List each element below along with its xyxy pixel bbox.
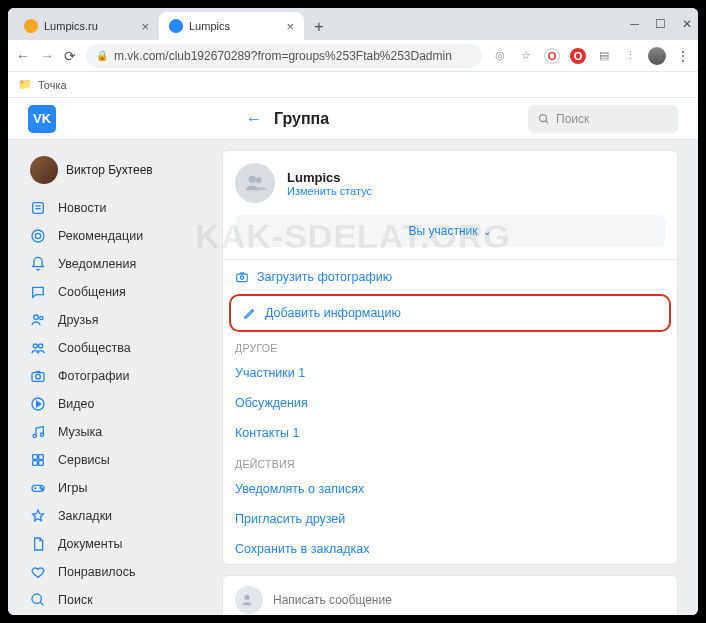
lock-icon: 🔒: [96, 50, 108, 61]
sidebar-item-groups[interactable]: Сообщества: [28, 334, 208, 362]
page-content: KAK-SDELAT.ORG VK ← Группа Поиск Виктор …: [8, 98, 698, 615]
profile-avatar-icon[interactable]: [648, 47, 666, 65]
url-text: m.vk.com/club192670289?from=groups%253Ft…: [114, 49, 452, 63]
search-icon: [538, 113, 550, 125]
tab-title: Lumpics: [189, 20, 230, 32]
profile-name: Виктор Бухтеев: [66, 163, 153, 177]
svg-point-23: [40, 487, 41, 488]
browser-tab[interactable]: Lumpics.ru ×: [14, 12, 159, 40]
invite-link[interactable]: Пригласить друзей: [223, 504, 677, 534]
svg-point-15: [40, 433, 43, 436]
close-icon[interactable]: ×: [141, 19, 149, 34]
vk-header: VK ← Группа Поиск: [8, 98, 698, 140]
svg-point-12: [36, 374, 41, 379]
friends-icon: [30, 312, 48, 328]
extension-icon[interactable]: ◎: [492, 48, 508, 64]
nav-forward-icon: →: [40, 48, 54, 64]
sidebar-item-label: Друзья: [58, 313, 99, 327]
msg-icon: [30, 284, 48, 300]
docs-icon: [30, 536, 48, 552]
group-card: Lumpics Изменить статус Вы участник ⌄: [222, 150, 678, 565]
svg-rect-18: [33, 461, 38, 466]
sidebar-item-music[interactable]: Музыка: [28, 418, 208, 446]
tab-title: Lumpics.ru: [44, 20, 98, 32]
extension-icon[interactable]: ⋮: [622, 48, 638, 64]
vk-logo-icon[interactable]: VK: [28, 105, 56, 133]
sidebar-item-search[interactable]: Поиск: [28, 586, 208, 614]
sidebar-item-like[interactable]: Понравилось: [28, 558, 208, 586]
sidebar-item-video[interactable]: Видео: [28, 390, 208, 418]
svg-rect-16: [33, 455, 38, 460]
sidebar-item-label: Закладки: [58, 509, 112, 523]
search-input[interactable]: Поиск: [528, 105, 678, 133]
notify-link[interactable]: Уведомлять о записях: [223, 474, 677, 504]
new-tab-button[interactable]: +: [308, 16, 330, 38]
search-placeholder: Поиск: [556, 112, 589, 126]
news-icon: [30, 200, 48, 216]
games-icon: [30, 480, 48, 496]
main-column: Lumpics Изменить статус Вы участник ⌄: [222, 150, 678, 615]
sidebar-item-services[interactable]: Сервисы: [28, 446, 208, 474]
sidebar-item-label: Уведомления: [58, 257, 136, 271]
group-status-link[interactable]: Изменить статус: [287, 185, 372, 197]
photo-icon: [30, 368, 48, 384]
sidebar-item-games[interactable]: Игры: [28, 474, 208, 502]
bookmark-item[interactable]: Точка: [38, 79, 67, 91]
browser-tab[interactable]: Lumpics ×: [159, 12, 304, 40]
window-close-icon[interactable]: ✕: [682, 17, 692, 31]
contacts-link[interactable]: Контакты 1: [223, 418, 677, 448]
upload-photo-link[interactable]: Загрузить фотографию: [223, 260, 677, 294]
bookmark-icon: [30, 508, 48, 524]
like-icon: [30, 564, 48, 580]
sidebar-item-bookmark[interactable]: Закладки: [28, 502, 208, 530]
window-minimize-icon[interactable]: ─: [630, 17, 639, 31]
extension-icon[interactable]: ☆: [518, 48, 534, 64]
extension-icon[interactable]: O: [570, 48, 586, 64]
discussions-link[interactable]: Обсуждения: [223, 388, 677, 418]
members-link[interactable]: Участники 1: [223, 358, 677, 388]
sidebar-item-label: Поиск: [58, 593, 93, 607]
page-title: Группа: [274, 110, 329, 128]
extension-icon[interactable]: ▤: [596, 48, 612, 64]
svg-point-10: [39, 344, 43, 348]
address-bar: ← → ⟳ 🔒 m.vk.com/club192670289?from=grou…: [8, 40, 698, 72]
group-avatar-icon[interactable]: [235, 163, 275, 203]
compose-avatar-icon: [235, 586, 263, 614]
svg-point-5: [32, 230, 44, 242]
groups-icon: [30, 340, 48, 356]
svg-point-7: [34, 315, 39, 320]
sidebar-item-bell[interactable]: Уведомления: [28, 250, 208, 278]
svg-point-30: [240, 276, 244, 280]
browser-tab-bar: Lumpics.ru × Lumpics × + ─ ☐ ✕: [8, 8, 698, 40]
membership-button[interactable]: Вы участник ⌄: [235, 215, 665, 247]
nav-reload-icon[interactable]: ⟳: [64, 48, 76, 64]
back-arrow-icon[interactable]: ←: [246, 110, 262, 128]
sidebar-item-news[interactable]: Новости: [28, 194, 208, 222]
sidebar-item-msg[interactable]: Сообщения: [28, 278, 208, 306]
sidebar-item-friends[interactable]: Друзья: [28, 306, 208, 334]
pencil-icon: [243, 306, 257, 320]
window-maximize-icon[interactable]: ☐: [655, 17, 666, 31]
svg-point-31: [244, 595, 249, 600]
svg-point-9: [33, 344, 37, 348]
svg-rect-19: [39, 461, 44, 466]
compose-input[interactable]: [273, 593, 665, 607]
save-bookmark-link[interactable]: Сохранить в закладках: [223, 534, 677, 564]
sidebar-item-rec[interactable]: Рекомендации: [28, 222, 208, 250]
svg-point-8: [40, 316, 43, 319]
sidebar-item-label: Сообщества: [58, 341, 131, 355]
video-icon: [30, 396, 48, 412]
add-info-link[interactable]: Добавить информацию: [231, 296, 669, 330]
extension-icon[interactable]: O: [544, 48, 560, 64]
sidebar-item-photo[interactable]: Фотографии: [28, 362, 208, 390]
sidebar-item-label: Видео: [58, 397, 95, 411]
sidebar-profile[interactable]: Виктор Бухтеев: [28, 150, 208, 194]
sidebar-item-label: Фотографии: [58, 369, 129, 383]
browser-menu-icon[interactable]: ⋮: [676, 48, 690, 64]
close-icon[interactable]: ×: [286, 19, 294, 34]
svg-rect-29: [237, 274, 248, 282]
nav-back-icon[interactable]: ←: [16, 48, 30, 64]
url-input[interactable]: 🔒 m.vk.com/club192670289?from=groups%253…: [86, 44, 482, 68]
bell-icon: [30, 256, 48, 272]
sidebar-item-docs[interactable]: Документы: [28, 530, 208, 558]
